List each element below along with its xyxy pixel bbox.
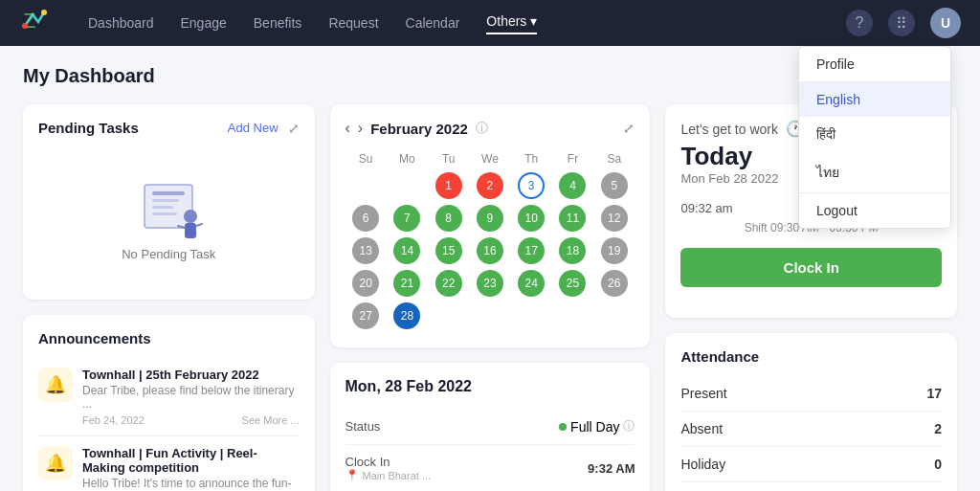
cal-prev[interactable]: ‹ [345,120,350,137]
announcements-card: Announcements 🔔 Townhall | 25th February… [23,315,315,491]
dropdown-lang-hindi[interactable]: हिंदी [799,117,950,152]
cal-day-25[interactable]: 25 [559,270,586,297]
absent-label: Absent [680,421,723,436]
ann-item-2: 🔔 Townhall | Fun Activity | Reel-Making … [38,436,300,491]
ann-icon-2: 🔔 [38,446,73,480]
svg-point-2 [41,10,47,15]
clock-in-time: 09:32 am [680,201,732,215]
cal-day-6[interactable]: 6 [352,205,379,232]
ann-footer-1: Feb 24, 2022 See More ... [82,414,300,426]
cal-day-7[interactable]: 7 [393,205,420,232]
cal-day-24[interactable]: 24 [518,270,545,297]
add-new-button[interactable]: Add New [228,121,278,135]
col-su: Su [345,148,387,169]
profile-dropdown: Profile English हिंदी ไทย Logout [798,46,951,229]
cal-day-cell: 6 [345,202,387,234]
cal-day-18[interactable]: 18 [559,237,586,264]
cal-day-cell: 22 [428,267,469,300]
cal-day-cell: 25 [552,267,593,300]
cal-day-14[interactable]: 14 [393,237,420,264]
svg-rect-7 [152,206,173,209]
see-more-1[interactable]: See More ... [242,414,300,426]
clock-in-button[interactable]: Clock In [680,248,942,287]
attend-present: Present 17 [680,376,942,412]
nav-others[interactable]: Others ▾ [486,11,537,34]
cal-day-cell: 7 [387,202,428,234]
cal-day-19[interactable]: 19 [601,237,628,264]
cal-day-3[interactable]: 3 [518,172,545,199]
cal-day-8[interactable]: 8 [435,205,462,232]
cal-expand-icon[interactable]: ⤢ [623,121,635,136]
cal-day-27[interactable]: 27 [352,302,379,329]
cal-next[interactable]: › [358,120,363,137]
cal-day-cell: - [593,300,635,332]
apps-icon[interactable]: ⠿ [888,10,915,36]
nav-dashboard[interactable]: Dashboard [88,11,154,34]
col-tu: Tu [428,148,469,169]
attendance-card: Attendance Present 17 Absent 2 Holiday 0… [665,333,957,491]
card-header: Pending Tasks Add New ⤢ [38,120,300,136]
dropdown-profile[interactable]: Profile [799,47,950,81]
clock-in-detail: Clock In 📍 Main Bharat ... [345,455,432,481]
cal-day-4[interactable]: 4 [559,172,586,199]
dropdown-logout[interactable]: Logout [799,193,950,228]
cal-day-1[interactable]: 1 [435,172,462,199]
cal-day-23[interactable]: 23 [477,270,503,297]
cal-day-cell: - [469,300,510,332]
cal-day-16[interactable]: 16 [477,237,503,264]
cal-day-cell: 2 [469,169,510,202]
dropdown-lang-english[interactable]: English [799,82,950,117]
cal-day-2[interactable]: 2 [477,172,503,199]
dropdown-lang-thai[interactable]: ไทย [799,152,950,192]
cal-body: --12345678910111213141516171819202122232… [345,169,635,332]
status-info-icon[interactable]: ⓘ [623,418,635,435]
cal-header: ‹ › February 2022 ⓘ ⤢ [345,120,635,137]
nav-request[interactable]: Request [328,11,378,34]
cal-day-cell: - [345,169,387,202]
help-icon[interactable]: ? [846,10,873,36]
cal-day-15[interactable]: 15 [435,237,462,264]
announcements-title: Announcements [38,330,151,346]
nav-calendar[interactable]: Calendar [406,11,460,34]
cal-day-9[interactable]: 9 [477,205,503,232]
ann-date-1: Feb 24, 2022 [82,414,145,426]
cal-day-cell: 5 [593,169,635,202]
expand-icon[interactable]: ⤢ [288,121,300,136]
cal-day-28[interactable]: 28 [393,302,420,329]
cal-day-cell: 12 [593,202,635,234]
cal-day-5[interactable]: 5 [601,172,628,199]
nav-engage[interactable]: Engage [181,11,227,34]
cal-day-cell: 20 [345,267,387,300]
status-label: Status [345,419,381,434]
svg-rect-6 [152,199,179,202]
cal-day-11[interactable]: 11 [559,205,586,232]
ann-title-2[interactable]: Townhall | Fun Activity | Reel-Making co… [82,446,300,475]
cal-day-17[interactable]: 17 [518,237,545,264]
cal-day-12[interactable]: 12 [601,205,628,232]
location-icon: 📍 [345,469,359,481]
nav-links: Dashboard Engage Benefits Request Calend… [88,11,846,34]
nav-benefits[interactable]: Benefits [254,11,302,34]
ann-header: Announcements [38,330,300,346]
cal-day-26[interactable]: 26 [601,270,628,297]
cal-day-cell: 27 [345,300,387,332]
avatar[interactable]: U [930,8,961,38]
cal-day-10[interactable]: 10 [518,205,545,232]
cal-day-cell: - [511,300,552,332]
clock-in-row: Clock In 📍 Main Bharat ... 9:32 AM [345,445,635,491]
col-mo: Mo [387,148,428,169]
absent-count: 2 [934,421,942,436]
cal-day-cell: 3 [511,169,552,202]
cal-day-cell: 16 [469,234,510,267]
svg-line-12 [196,224,202,226]
cal-day-21[interactable]: 21 [393,270,420,297]
cal-day-cell: 17 [511,234,552,267]
cal-day-13[interactable]: 13 [352,237,379,264]
navbar: Z Dashboard Engage Benefits Request Cale… [0,0,980,46]
cal-day-20[interactable]: 20 [352,270,379,297]
cal-day-22[interactable]: 22 [435,270,462,297]
cal-info-icon[interactable]: ⓘ [476,120,488,137]
ann-title-1[interactable]: Townhall | 25th February 2022 [82,368,300,382]
task-illustration [125,170,212,247]
date-detail-title: Mon, 28 Feb 2022 [345,378,635,395]
